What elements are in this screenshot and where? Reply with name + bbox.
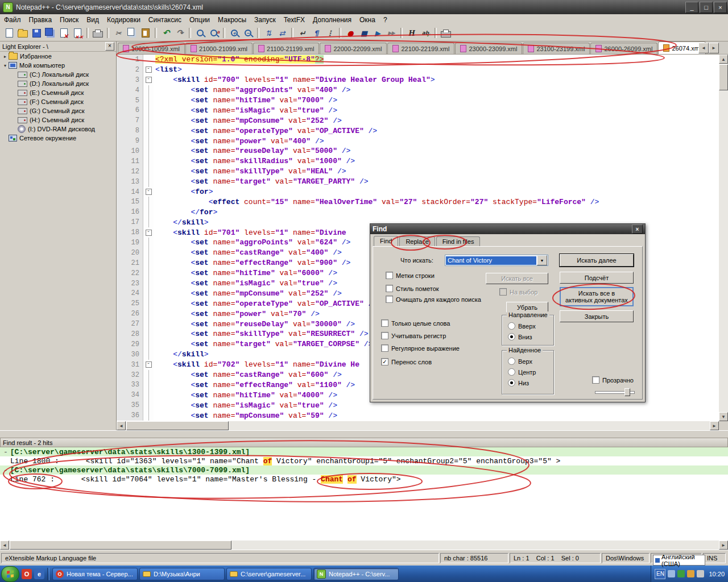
find-icon[interactable] — [194, 27, 206, 39]
results-horizontal-scrollbar[interactable]: ◄ ► — [0, 541, 728, 550]
new-file-icon[interactable] — [3, 27, 15, 39]
find-all-open-docs-button[interactable]: Искать все в активных документах — [560, 287, 634, 306]
tree-item[interactable]: (F:) Съемный диск — [0, 97, 116, 106]
find-dialog-close-button[interactable]: × — [632, 225, 643, 234]
task-button[interactable]: OНовая тема - Сервер... — [52, 568, 138, 580]
document-tab[interactable]: 22100-22199.xml — [387, 43, 454, 54]
regex-checkbox[interactable]: Регулярное выражение — [381, 344, 460, 352]
combo-dropdown-icon[interactable]: ▼ — [537, 255, 547, 265]
menu-item[interactable]: Кодировки — [103, 15, 144, 25]
macro-record-icon[interactable] — [344, 27, 357, 39]
menu-item[interactable]: TextFX — [280, 15, 309, 25]
results-scroll-thumb[interactable] — [10, 541, 231, 550]
tab-scroll-left-icon[interactable]: ◄ — [698, 43, 709, 53]
direction-up-radio[interactable]: Вверх — [508, 322, 536, 330]
show-symbols-icon[interactable] — [310, 27, 322, 39]
tab-find[interactable]: Find — [374, 236, 398, 246]
find-all-button[interactable]: Искать все — [486, 273, 548, 284]
sync-horizontal-icon[interactable] — [276, 27, 288, 39]
tree-item[interactable]: ▾Мой компьютер — [0, 61, 116, 70]
menu-item[interactable]: Окна — [355, 15, 379, 25]
print-icon[interactable] — [92, 27, 104, 39]
tree-item[interactable]: (C:) Локальный диск — [0, 70, 116, 79]
editor-horizontal-scrollbar[interactable]: ◄ ► — [117, 421, 719, 430]
language-indicator[interactable]: EN — [655, 569, 665, 579]
slider-thumb[interactable] — [624, 388, 630, 396]
zoom-in-icon[interactable]: + — [228, 27, 241, 39]
whole-word-checkbox[interactable]: Только целые слова — [381, 319, 450, 327]
explorer-close-button[interactable]: × — [105, 42, 114, 51]
document-tab[interactable]: 23000-23099.xml — [455, 43, 522, 54]
maximize-button[interactable]: □ — [700, 2, 713, 13]
fold-margin[interactable]: - — [143, 360, 154, 370]
update-icon[interactable] — [687, 570, 694, 577]
tree-expander-icon[interactable]: ▸ — [2, 54, 8, 59]
fold-margin[interactable]: - — [143, 187, 154, 197]
purge-checkbox[interactable]: Очищать для каждого поиска — [386, 296, 485, 303]
collapse-marker-icon[interactable]: - — [0, 466, 10, 475]
antivirus-icon[interactable] — [677, 570, 685, 577]
wrap-around-checkbox[interactable]: Перенос слов — [381, 358, 432, 365]
fold-margin[interactable]: - — [143, 75, 154, 85]
language-popup[interactable]: Английский (США) — [653, 555, 705, 566]
tree-item[interactable]: (H:) Съемный диск — [0, 115, 116, 124]
in-selection-checkbox[interactable]: На выбор — [499, 288, 537, 296]
menu-item[interactable]: Поиск — [56, 15, 82, 25]
fold-marker-icon[interactable]: - — [146, 230, 152, 236]
close-file-icon[interactable] — [57, 27, 70, 39]
tree-expander-icon[interactable]: ▾ — [2, 63, 8, 68]
document-tab[interactable]: 22000-22099.xml — [320, 43, 387, 54]
tree-item[interactable]: Сетевое окружение — [0, 134, 116, 143]
fold-margin[interactable]: - — [143, 227, 154, 238]
collapse-marker-icon[interactable]: - — [0, 448, 10, 456]
menu-item[interactable]: Опции — [185, 15, 214, 25]
find-next-button[interactable]: Искать далее — [560, 254, 634, 267]
paste-icon[interactable] — [139, 27, 152, 39]
scroll-right-icon[interactable]: ► — [710, 421, 719, 430]
result-line-row[interactable]: Line 762 : <skill id="7064" levels="1" n… — [0, 475, 728, 484]
quick-launch-desktop-icon[interactable]: e — [34, 569, 44, 579]
mark-style-checkbox[interactable]: Стиль пометок — [386, 285, 439, 292]
bookmark-line-checkbox[interactable]: Метки строки — [386, 272, 435, 279]
tree-item[interactable]: (G:) Съемный диск — [0, 106, 116, 115]
undo-icon[interactable] — [160, 27, 172, 39]
fold-marker-icon[interactable]: - — [146, 66, 152, 73]
macro-play-icon[interactable] — [371, 27, 384, 39]
document-tab[interactable]: 23100-23199.xml — [523, 43, 590, 54]
textfx-icon[interactable] — [406, 27, 418, 39]
find-dialog-titlebar[interactable]: Find × — [370, 224, 645, 234]
found-top-radio[interactable]: Верх — [508, 357, 532, 365]
menu-item[interactable]: Запуск — [250, 15, 280, 25]
result-line-row[interactable]: Line 1800 : <skill id="1363" levels="1" … — [0, 456, 728, 465]
result-file-row[interactable]: -[C:\server\gameserver\data\stats\skills… — [0, 447, 728, 456]
sync-vertical-icon[interactable] — [262, 27, 275, 39]
close-all-icon[interactable] — [71, 27, 84, 39]
direction-down-radio[interactable]: Вниз — [508, 333, 532, 340]
open-file-icon[interactable] — [16, 27, 29, 39]
close-dialog-button[interactable]: Закрыть — [560, 310, 634, 322]
copy-icon[interactable] — [126, 27, 138, 39]
transparency-slider[interactable] — [595, 388, 635, 396]
task-button[interactable]: C:\server\gameserver... — [226, 568, 312, 580]
save-all-icon[interactable] — [44, 27, 56, 39]
tree-item[interactable]: ▸Избранное — [0, 52, 116, 61]
task-button[interactable]: NNotepad++ - C:\serv... — [313, 568, 399, 580]
found-bottom-radio[interactable]: Низ — [508, 379, 529, 386]
tab-replace[interactable]: Replace — [399, 236, 435, 247]
scroll-up-icon[interactable]: ▲ — [719, 55, 728, 64]
menu-item[interactable]: Вид — [82, 15, 103, 25]
network-icon[interactable] — [697, 570, 704, 577]
scroll-down-icon[interactable]: ▼ — [719, 412, 728, 421]
vertical-scroll-thumb[interactable] — [719, 64, 728, 90]
horizontal-scroll-thumb[interactable] — [126, 421, 229, 430]
document-tab[interactable]: 21000-21099.xml — [185, 43, 253, 54]
tab-scroll-right-icon[interactable]: ► — [709, 43, 719, 53]
tab-find-in-files[interactable]: Find in files — [436, 236, 481, 247]
match-case-checkbox[interactable]: Учитывать регистр — [381, 332, 446, 339]
start-button[interactable] — [1, 566, 19, 582]
tree-item[interactable]: (E:) Съемный диск — [0, 88, 116, 97]
scroll-left-icon[interactable]: ◄ — [117, 421, 126, 430]
redo-icon[interactable] — [173, 27, 186, 39]
document-tab[interactable]: 21100-21199.xml — [253, 43, 319, 54]
close-button[interactable]: × — [714, 2, 727, 13]
